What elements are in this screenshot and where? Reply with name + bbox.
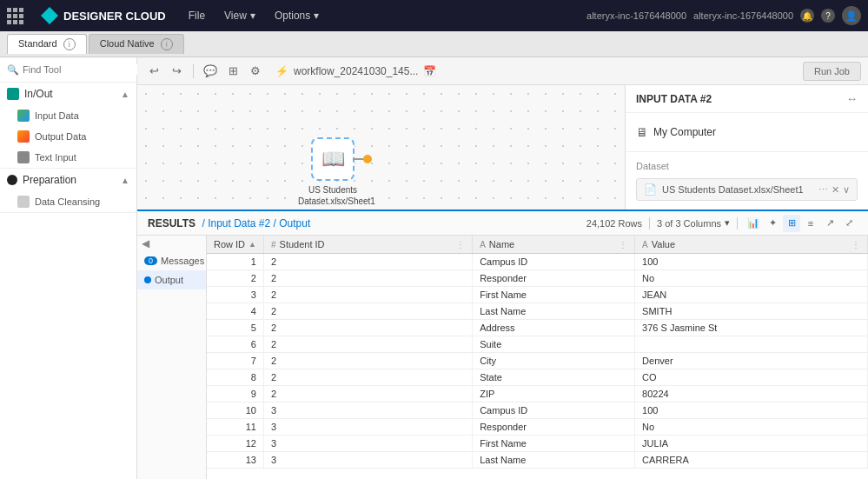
dataset-row: 📄 US Students Dataset.xlsx/Sheet1 ⋯ ✕ ∨ bbox=[636, 178, 858, 201]
prep-chevron-icon: ▲ bbox=[121, 176, 129, 185]
user-avatar-icon[interactable]: 👤 bbox=[842, 6, 861, 25]
output-data-icon bbox=[17, 130, 30, 143]
messages-label: Messages bbox=[161, 256, 204, 266]
cell-name: First Name bbox=[473, 436, 635, 452]
table-button[interactable]: ⊞ bbox=[223, 62, 242, 81]
results-table: Row ID ▲ # Student ID ⋮ bbox=[207, 236, 868, 469]
cell-value: 376 S Jasmine St bbox=[635, 320, 868, 336]
nav-file[interactable]: File bbox=[180, 6, 214, 25]
cell-row-id: 3 bbox=[207, 287, 263, 303]
search-input[interactable] bbox=[23, 64, 142, 75]
table-row: 8 2 State CO bbox=[207, 369, 868, 386]
sidebar-item-input-data[interactable]: Input Data bbox=[0, 105, 136, 126]
dataset-label: Dataset bbox=[636, 161, 858, 171]
chart-view-icon[interactable]: 📊 bbox=[745, 215, 762, 232]
cell-name: Responder bbox=[473, 270, 635, 287]
my-computer-button[interactable]: 🖥 My Computer bbox=[636, 122, 858, 143]
cell-value: 100 bbox=[635, 254, 868, 270]
sidebar-section-inout-header[interactable]: In/Out ▲ bbox=[0, 83, 136, 105]
cell-row-id: 1 bbox=[207, 254, 263, 270]
brand-name: DESIGNER CLOUD bbox=[63, 10, 166, 23]
cell-student-id: 3 bbox=[263, 402, 472, 419]
inout-chevron-icon: ▲ bbox=[121, 90, 129, 99]
external-view-icon[interactable]: ↗ bbox=[821, 215, 838, 232]
cell-value: CO bbox=[635, 369, 868, 386]
help-icon[interactable]: ? bbox=[821, 9, 835, 23]
connector-dot bbox=[363, 155, 372, 163]
cell-row-id: 12 bbox=[207, 436, 263, 452]
expand-view-icon[interactable]: ⤢ bbox=[840, 215, 858, 232]
cell-student-id: 2 bbox=[263, 369, 472, 386]
viz-view-icon[interactable]: ✦ bbox=[764, 215, 781, 232]
meta-separator-2 bbox=[737, 217, 738, 230]
results-prev-icon[interactable]: ◀ bbox=[137, 236, 153, 251]
cell-value: 100 bbox=[635, 402, 868, 419]
input-data-tool-node[interactable]: 📖 US Students Dataset.xlsx/Sheet1 bbox=[298, 137, 368, 207]
dataset-close-icon[interactable]: ✕ bbox=[832, 184, 839, 196]
table-row: 1 2 Campus ID 100 bbox=[207, 254, 868, 270]
value-col-menu[interactable]: ⋮ bbox=[851, 240, 860, 249]
col-header-value: A Value ⋮ bbox=[635, 236, 868, 254]
results-nav-sidebar: ◀ 0 Messages Output bbox=[137, 236, 207, 479]
value-type-icon: A bbox=[642, 240, 648, 249]
dataset-actions: ⋯ ✕ ∨ bbox=[818, 184, 850, 196]
sidebar-section-prep-header[interactable]: Preparation ▲ bbox=[0, 169, 136, 191]
results-nav-output[interactable]: Output bbox=[137, 270, 206, 289]
nav-view[interactable]: View ▾ bbox=[215, 6, 264, 25]
settings-button[interactable]: ⚙ bbox=[246, 62, 265, 81]
sidebar-section-preparation: Preparation ▲ Data Cleansing bbox=[0, 169, 136, 213]
name-col-menu[interactable]: ⋮ bbox=[619, 240, 627, 249]
standard-info-icon[interactable]: i bbox=[63, 38, 76, 50]
cell-name: Responder bbox=[473, 419, 635, 436]
tab-cloud-native[interactable]: Cloud Native i bbox=[89, 34, 184, 54]
notifications-icon[interactable]: 🔔 bbox=[800, 9, 814, 23]
table-view-icon[interactable]: ⊞ bbox=[783, 215, 800, 232]
messages-badge: 0 bbox=[144, 256, 157, 265]
cell-row-id: 5 bbox=[207, 320, 263, 336]
results-path[interactable]: / Input Data #2 / Output bbox=[202, 217, 310, 230]
dataset-filename: US Students Dataset.xlsx/Sheet1 bbox=[662, 184, 813, 195]
cell-name: Campus ID bbox=[473, 254, 635, 270]
panel-expand-icons[interactable]: ↔ bbox=[846, 92, 858, 105]
results-header: RESULTS / Input Data #2 / Output 24,102 … bbox=[137, 211, 868, 236]
dataset-expand-icon[interactable]: ∨ bbox=[843, 184, 850, 196]
cell-row-id: 7 bbox=[207, 353, 263, 369]
redo-button[interactable]: ↪ bbox=[167, 62, 186, 81]
student-id-col-menu[interactable]: ⋮ bbox=[456, 240, 465, 249]
column-count-selector[interactable]: 3 of 3 Columns ▾ bbox=[657, 217, 730, 229]
cell-row-id: 8 bbox=[207, 369, 263, 386]
cloud-native-info-icon[interactable]: i bbox=[161, 38, 173, 50]
cell-name: Suite bbox=[473, 336, 635, 353]
table-row: 7 2 City Denver bbox=[207, 353, 868, 369]
tab-standard[interactable]: Standard i bbox=[7, 34, 87, 54]
cell-row-id: 2 bbox=[207, 270, 263, 287]
run-job-button[interactable]: Run Job bbox=[803, 62, 861, 81]
text-input-icon bbox=[17, 151, 30, 163]
nav-options[interactable]: Options ▾ bbox=[266, 6, 328, 25]
cell-row-id: 4 bbox=[207, 303, 263, 320]
undo-button[interactable]: ↩ bbox=[144, 62, 163, 81]
cell-student-id: 2 bbox=[263, 320, 472, 336]
sidebar-item-data-cleansing[interactable]: Data Cleansing bbox=[0, 191, 136, 212]
comment-button[interactable]: 💬 bbox=[201, 62, 220, 81]
dataset-more-icon[interactable]: ⋯ bbox=[818, 184, 828, 196]
brand-icon bbox=[41, 7, 58, 24]
row-id-sort-icon[interactable]: ▲ bbox=[248, 240, 256, 249]
table-row: 10 3 Campus ID 100 bbox=[207, 402, 868, 419]
monitor-icon: 🖥 bbox=[636, 125, 648, 139]
cell-value: JEAN bbox=[635, 287, 868, 303]
cell-name: Campus ID bbox=[473, 402, 635, 419]
calendar-icon: 📅 bbox=[423, 65, 436, 77]
cell-value: CARRERA bbox=[635, 452, 868, 469]
table-row: 13 3 Last Name CARRERA bbox=[207, 452, 868, 469]
sidebar-item-text-input[interactable]: Text Input bbox=[0, 147, 136, 168]
cell-student-id: 2 bbox=[263, 254, 472, 270]
app-grid-icon[interactable] bbox=[7, 8, 23, 24]
cell-name: Last Name bbox=[473, 303, 635, 320]
cell-student-id: 2 bbox=[263, 303, 472, 320]
results-meta: 24,102 Rows 3 of 3 Columns ▾ 📊 ✦ ⊞ ≡ ↗ ⤢ bbox=[586, 215, 858, 232]
list-view-icon[interactable]: ≡ bbox=[802, 215, 819, 232]
results-nav-messages[interactable]: 0 Messages bbox=[137, 251, 206, 270]
tool-node-box[interactable]: 📖 bbox=[311, 137, 354, 181]
sidebar-item-output-data[interactable]: Output Data bbox=[0, 126, 136, 147]
